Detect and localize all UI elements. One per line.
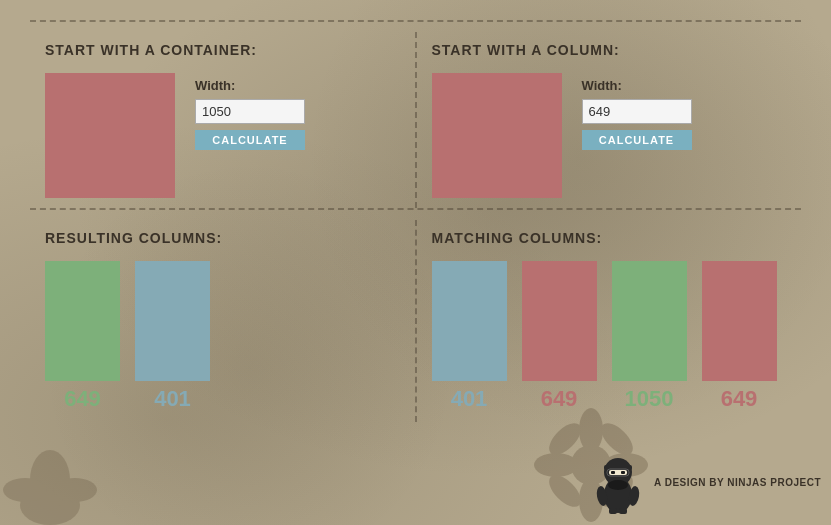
result-col-2: 401 [135,261,210,412]
ninja-icon [591,450,646,515]
match-label-4: 649 [721,386,758,412]
container-visual [45,73,175,198]
container-calculate-button[interactable]: CALCULATE [195,130,305,150]
match-col-4: 649 [702,261,777,412]
container-panel: START WITH A CONTAINER: Width: CALCULATE [30,32,417,208]
match-bar-1 [432,261,507,381]
container-controls: Width: CALCULATE [195,78,305,150]
column-panel: START WITH A COLUMN: Width: CALCULATE [417,32,802,208]
ninja-attribution: A DESIGN BY NINJAS PROJECT [654,476,821,490]
result-bar-1 [45,261,120,381]
svg-rect-17 [621,471,625,474]
container-width-label: Width: [195,78,305,93]
matching-columns-title: MATCHING COLUMNS: [432,230,787,246]
match-col-3: 1050 [612,261,687,412]
footer-ninja: A DESIGN BY NINJAS PROJECT [591,450,821,515]
match-bar-4 [702,261,777,381]
column-controls: Width: CALCULATE [582,78,692,150]
match-label-3: 1050 [625,386,674,412]
column-panel-title: START WITH A COLUMN: [432,42,787,58]
result-label-2: 401 [154,386,191,412]
column-calculate-button[interactable]: CALCULATE [582,130,692,150]
svg-point-12 [53,478,97,502]
match-col-1: 401 [432,261,507,412]
svg-rect-23 [619,508,627,514]
column-width-input[interactable] [582,99,692,124]
matching-columns-panel: MATCHING COLUMNS: 401 649 1050 649 [417,220,802,422]
result-label-1: 649 [64,386,101,412]
match-label-1: 401 [451,386,488,412]
match-col-2: 649 [522,261,597,412]
svg-rect-16 [611,471,615,474]
svg-point-11 [3,478,47,502]
container-panel-title: START WITH A CONTAINER: [45,42,400,58]
result-bar-2 [135,261,210,381]
match-bar-2 [522,261,597,381]
column-visual [432,73,562,198]
match-label-2: 649 [541,386,578,412]
matching-columns-display: 401 649 1050 649 [432,261,787,412]
container-width-input[interactable] [195,99,305,124]
svg-point-3 [534,453,578,477]
resulting-columns-title: RESULTING COLUMNS: [45,230,400,246]
result-col-1: 649 [45,261,120,412]
resulting-columns-display: 649 401 [45,261,400,412]
column-width-label: Width: [582,78,692,93]
svg-point-19 [608,480,628,490]
resulting-columns-panel: RESULTING COLUMNS: 649 401 [30,220,417,422]
svg-rect-22 [609,508,617,514]
match-bar-3 [612,261,687,381]
